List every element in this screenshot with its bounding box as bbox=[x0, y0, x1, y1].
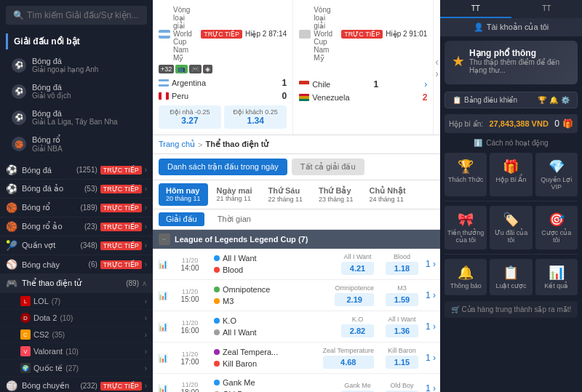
rank-section: ★ Hạng phổ thông Thu thập thêm điểm để đ… bbox=[445, 41, 578, 84]
basketball-icon: 🏀 bbox=[12, 137, 26, 151]
match-teams-4: Gank Me Old Boy bbox=[211, 377, 334, 392]
search-bar: 🔍 bbox=[0, 0, 153, 31]
stats-icon[interactable]: 📊 bbox=[157, 384, 169, 393]
stats-icon[interactable]: 📊 bbox=[157, 322, 169, 332]
odds-cell-4-2[interactable]: Old Boy bbox=[381, 380, 423, 392]
odds-cell-1-1[interactable]: Omnipotence 2.19 bbox=[330, 283, 378, 308]
sidebar-item-esports[interactable]: 🎮 Thể thao điện tử (89) ∧ bbox=[0, 274, 153, 293]
more-icon[interactable]: 1 › bbox=[426, 353, 436, 363]
game-filter-league[interactable]: Giải đấu bbox=[159, 212, 204, 226]
football-icon: ⚽ bbox=[12, 58, 26, 73]
rank-title: Hạng phổ thông bbox=[469, 48, 570, 58]
banner-2-league: Vòng loại giải World Cup Nam Mỹ bbox=[314, 6, 338, 62]
breadcrumb: Trang chủ > Thể thao điện tử bbox=[153, 135, 440, 154]
match-teams-0: All I Want Blood bbox=[211, 252, 334, 276]
rp-notifications[interactable]: 🔔 Thông báo bbox=[445, 259, 487, 295]
sidebar-sub-valorant[interactable]: V Valorant (10) › bbox=[0, 343, 153, 360]
sidebar-sub-cs2[interactable]: C CS2 (35) › bbox=[0, 327, 153, 343]
dashboard-button[interactable]: 📋 Bảng điều khiển 🏆 🔔 ⚙️ bbox=[445, 92, 578, 108]
banner-2-live-tag: TRỰC TIẾP bbox=[341, 30, 383, 39]
nav-down-arrow[interactable]: › bbox=[435, 68, 439, 79]
sidebar-sub-international[interactable]: 🌍 Quốc tế (27) › bbox=[0, 360, 153, 377]
date-tab-saturday[interactable]: Thứ Bảy 23 tháng 11 bbox=[311, 183, 361, 206]
rp-vip[interactable]: 💎 Quyền Lợi VIP bbox=[535, 153, 578, 196]
odds-cell-0-1[interactable]: All I Want 4.21 bbox=[337, 252, 378, 276]
rp-results[interactable]: 📊 Kết quả bbox=[535, 259, 578, 295]
date-tab-friday[interactable]: Thứ Sáu 22 tháng 11 bbox=[260, 183, 310, 206]
rp-bets[interactable]: 🎯 Cược của tôi bbox=[535, 206, 578, 249]
football-icon-3: ⚽ bbox=[12, 111, 26, 125]
banner-1-odds-away[interactable]: Đội khách 0.25 1.34 bbox=[224, 105, 287, 129]
odds-cell-2-2[interactable]: All I Want 1.36 bbox=[381, 314, 423, 339]
more-icon[interactable]: 1 › bbox=[426, 321, 436, 332]
challenge-icon: 🏆 bbox=[447, 159, 484, 175]
sidebar-item-tennis[interactable]: 🎾 Quần vợt (348) TRỰC TIẾP › bbox=[0, 236, 153, 255]
date-tab-today[interactable]: Hôm nay 20 tháng 11 bbox=[159, 183, 208, 206]
results-icon: 📊 bbox=[538, 265, 575, 281]
rp-rewards[interactable]: 🎀 Tiền thưởng của tôi bbox=[445, 206, 487, 249]
bell-icon: 🔔 bbox=[549, 96, 558, 104]
rp-tab-1[interactable]: TT bbox=[440, 0, 511, 18]
odds-cell-1-2[interactable]: M3 1.59 bbox=[381, 283, 423, 308]
game-filter-time[interactable]: Thời gian bbox=[210, 212, 258, 226]
featured-section: Giải đấu nổi bật ⚽ Bóng đá Giải ngoại hạ… bbox=[0, 31, 153, 161]
table-row: 📊 11/20 16:00 K.O All I Want K.O 2.82 bbox=[153, 311, 440, 343]
odds-cell-4-1[interactable]: Gank Me bbox=[337, 380, 378, 392]
featured-item-basketball-nba[interactable]: 🏀 Bóng rổ Giải NBA bbox=[6, 131, 147, 157]
stats-icon[interactable]: 📊 bbox=[157, 291, 169, 300]
how-it-works[interactable]: ℹ️ Cách nó hoạt động bbox=[440, 136, 582, 150]
rp-challenge[interactable]: 🏆 Thách Thức bbox=[445, 153, 487, 196]
sidebar-item-virtual-basketball[interactable]: 🏀 Bóng rổ ảo (23) TRỰC TIẾP › bbox=[0, 217, 153, 236]
featured-item-football-championship[interactable]: ⚽ Bóng đá Giải vô địch bbox=[6, 79, 147, 104]
rp-mystery-box[interactable]: 🎁 Hộp Bí Ẩn bbox=[490, 153, 532, 196]
main-content: Vòng loại giải World Cup Nam Mỹ TRỰC TIẾ… bbox=[153, 0, 440, 392]
search-input[interactable] bbox=[27, 10, 140, 20]
rp-offers[interactable]: 🏷️ Ưu đãi của tôi bbox=[490, 206, 532, 249]
stats-icon[interactable]: 📊 bbox=[157, 260, 169, 269]
banner-1-live-tag: TRỰC TIẾP bbox=[201, 30, 242, 39]
date-tabs: Hôm nay 20 tháng 11 Ngày mai 21 tháng 11… bbox=[153, 180, 440, 209]
world-flag-icon bbox=[159, 30, 170, 39]
rp-tab-2[interactable]: TT bbox=[511, 0, 583, 18]
sidebar-sub-dota2[interactable]: D Dota 2 (10) › bbox=[0, 310, 153, 327]
odds-cell-3-1[interactable]: Zeal Temperature 4.68 bbox=[319, 345, 378, 370]
league-header: 🎮 League of Legends Legend Cup (7) bbox=[153, 230, 440, 249]
sidebar-item-basketball[interactable]: 🏀 Bóng rổ (189) TRỰC TIẾP › bbox=[0, 199, 153, 217]
more-icon[interactable]: 1 › bbox=[426, 259, 436, 269]
featured-title: Giải đấu nổi bật bbox=[6, 33, 147, 49]
more-icon[interactable]: 1 › bbox=[426, 383, 436, 392]
odds-cell-2-1[interactable]: K.O 2.82 bbox=[337, 314, 378, 339]
sidebar-item-baseball[interactable]: ⚾ Bóng chày (6) TRỰC TIẾP › bbox=[0, 255, 153, 274]
match-teams-1: Omnipotence M3 bbox=[211, 284, 327, 307]
odds-cell-0-2[interactable]: Blood 1.18 bbox=[381, 252, 423, 276]
expand-icon[interactable]: › bbox=[424, 79, 427, 89]
date-tab-sunday[interactable]: Chủ Nhật 24 tháng 11 bbox=[362, 183, 413, 206]
rank-desc: Thu thập thêm điểm để đến Hạng thư... bbox=[469, 58, 570, 74]
more-icon[interactable]: 1 › bbox=[426, 290, 436, 300]
reward-icon: 🎀 bbox=[447, 212, 484, 228]
nav-up-arrow[interactable]: ‹ bbox=[435, 56, 439, 68]
inactive-filter-btn[interactable]: Tất cả giải đấu bbox=[292, 159, 364, 175]
account-button[interactable]: 👤 Tài khoản của tôi bbox=[440, 18, 582, 36]
rp-grid-1: 🏆 Thách Thức 🎁 Hộp Bí Ẩn 💎 Quyền Lợi VIP bbox=[440, 150, 582, 199]
active-filter-btn[interactable]: Danh sách trận đấu trong ngày bbox=[159, 159, 287, 175]
coming-soon-banner: 🛒 Cửa hàng trung thành sắp ra mắt! bbox=[445, 301, 578, 318]
table-row: 📊 11/20 18:00 Gank Me Old Boy Gank Me bbox=[153, 374, 440, 392]
odds-cell-3-2[interactable]: Kill Baron 1.15 bbox=[381, 345, 423, 370]
divider-2 bbox=[445, 254, 578, 255]
banner-2-header: Vòng loại giải World Cup Nam Mỹ TRỰC TIẾ… bbox=[299, 6, 427, 62]
sidebar-item-virtual-football[interactable]: ⚽ Bóng đá ảo (53) TRỰC TIẾP › bbox=[0, 180, 153, 199]
sidebar-item-volleyball[interactable]: 🏐 Bóng chuyền (232) TRỰC TIẾP › bbox=[0, 377, 153, 392]
date-tab-tomorrow[interactable]: Ngày mai 21 tháng 11 bbox=[210, 183, 260, 206]
banner-1-odds-home[interactable]: Đội nhà -0.25 3.27 bbox=[159, 105, 221, 129]
stats-icon[interactable]: 📊 bbox=[157, 353, 169, 363]
rp-rules[interactable]: 📋 Luật cược bbox=[490, 259, 532, 295]
sidebar-sub-lol[interactable]: L LOL (7) › bbox=[0, 293, 153, 310]
featured-item-football-premier[interactable]: ⚽ Bóng đá Giải ngoại hạng Anh bbox=[6, 52, 147, 78]
filter-tabs: Danh sách trận đấu trong ngày Tất cả giả… bbox=[153, 154, 440, 180]
search-field[interactable]: 🔍 bbox=[6, 6, 147, 25]
sidebar-item-football[interactable]: ⚽ Bóng đá (1251) TRỰC TIẾP › bbox=[0, 161, 153, 180]
featured-item-football-laliga[interactable]: ⚽ Bóng đá Giải La Liga, Tây Ban Nha bbox=[6, 105, 147, 130]
matches-area: 🎮 League of Legends Legend Cup (7) 📊 11/… bbox=[153, 230, 440, 392]
home-link[interactable]: Trang chủ bbox=[159, 140, 195, 149]
